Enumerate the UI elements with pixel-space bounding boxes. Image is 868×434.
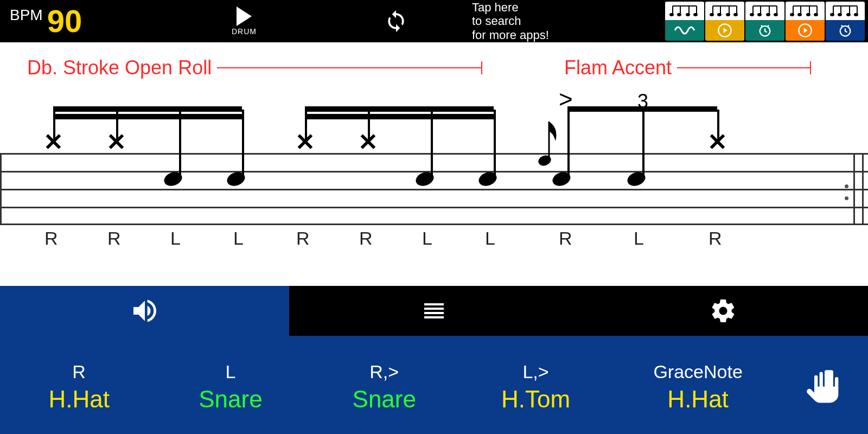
- sticking-letter: R: [559, 228, 572, 249]
- control-drum: H.Hat: [667, 386, 728, 413]
- sticking-letter: L: [233, 228, 244, 249]
- control-hand: R,>: [369, 361, 399, 382]
- app-thumbs: [665, 2, 868, 41]
- sound-control[interactable]: LSnare: [157, 340, 304, 434]
- sticking-letter: R: [44, 228, 58, 249]
- sticking-letter: L: [170, 228, 181, 249]
- control-drum: H.Tom: [501, 386, 570, 413]
- score-area[interactable]: Db. Stroke Open Roll Flam Accent > 3 ✕R✕…: [0, 42, 868, 286]
- control-drum: H.Hat: [48, 386, 109, 413]
- tab-sound[interactable]: [0, 286, 289, 336]
- play-button[interactable]: DRUM: [163, 7, 326, 36]
- svg-point-27: [774, 14, 777, 16]
- ad-banner[interactable]: Tap here to search for more apps!: [467, 1, 665, 42]
- rudiment-left: Db. Stroke Open Roll: [27, 56, 482, 79]
- control-drum: Snare: [199, 386, 262, 413]
- top-bar: BPM 90 DRUM Tap here to search for more …: [0, 0, 868, 42]
- sticking-letter: L: [422, 228, 432, 249]
- loop-button[interactable]: [326, 9, 467, 33]
- svg-point-7: [686, 14, 690, 16]
- bpm-value: 90: [47, 5, 82, 37]
- sound-control[interactable]: RH.Hat: [5, 340, 152, 434]
- ad-line: to search: [472, 14, 665, 28]
- tab-list[interactable]: [289, 286, 578, 336]
- control-hand: R: [72, 361, 86, 382]
- sticking-letter: R: [296, 228, 310, 249]
- svg-point-47: [854, 14, 858, 16]
- svg-point-14: [710, 14, 713, 16]
- sticking-letter: L: [485, 228, 495, 249]
- gear-icon: [709, 297, 737, 325]
- svg-point-34: [790, 14, 794, 16]
- grace-note-icon: [532, 118, 559, 173]
- svg-point-26: [767, 14, 770, 16]
- speaker-icon: [130, 296, 160, 326]
- sound-control[interactable]: GraceNoteH.Hat: [616, 340, 780, 434]
- ad-line: Tap here: [472, 1, 665, 14]
- sticking-letter: L: [634, 228, 644, 249]
- ad-line: for more apps!: [472, 28, 665, 42]
- sound-control[interactable]: R,>Snare: [311, 340, 458, 434]
- loop-icon: [384, 9, 408, 33]
- sticking-letter: R: [107, 228, 121, 249]
- svg-point-37: [814, 14, 818, 16]
- bottom-panel: RH.HatLSnare R,>SnareL,>H.Tom GraceNoteH…: [0, 286, 868, 434]
- rudiment-right-label: Flam Accent: [564, 56, 672, 79]
- svg-point-5: [670, 14, 673, 16]
- hand-icon: [804, 367, 845, 408]
- control-drum: Snare: [353, 386, 416, 413]
- svg-point-36: [807, 14, 810, 16]
- svg-point-45: [838, 14, 841, 16]
- app-thumb[interactable]: [665, 2, 704, 41]
- play-label: DRUM: [232, 27, 257, 36]
- sticking-letter: R: [359, 228, 373, 249]
- app-thumb[interactable]: [826, 2, 865, 41]
- svg-point-24: [750, 14, 754, 16]
- sound-control[interactable]: L,>H.Tom: [462, 340, 609, 434]
- app-thumb[interactable]: [786, 2, 825, 41]
- svg-point-15: [718, 14, 721, 16]
- app-thumb[interactable]: [745, 2, 784, 41]
- rudiment-right: Flam Accent: [564, 56, 811, 79]
- accent-mark: >: [559, 86, 573, 113]
- control-hand: L: [225, 361, 235, 382]
- control-hand: L,>: [522, 361, 548, 382]
- svg-point-6: [678, 14, 681, 16]
- svg-point-44: [831, 14, 834, 16]
- list-icon: [421, 298, 447, 324]
- sound-controls: RH.HatLSnare R,>SnareL,>H.Tom GraceNoteH…: [0, 336, 868, 434]
- app-thumb[interactable]: [705, 2, 744, 41]
- play-icon: [237, 7, 252, 26]
- hand-button[interactable]: [787, 340, 863, 434]
- rudiment-left-label: Db. Stroke Open Roll: [27, 56, 212, 79]
- control-hand: GraceNote: [653, 361, 742, 382]
- svg-point-35: [798, 14, 801, 16]
- svg-point-46: [847, 14, 850, 16]
- svg-point-8: [694, 14, 697, 16]
- tab-bar: [0, 286, 868, 336]
- svg-point-17: [734, 14, 737, 16]
- tab-settings[interactable]: [579, 286, 868, 336]
- staff: [0, 153, 868, 224]
- bpm-control[interactable]: BPM 90: [0, 5, 163, 37]
- svg-point-50: [537, 154, 553, 167]
- bpm-label: BPM: [10, 7, 43, 24]
- svg-point-25: [758, 14, 761, 16]
- sticking-letter: R: [709, 228, 722, 249]
- svg-point-16: [726, 14, 730, 16]
